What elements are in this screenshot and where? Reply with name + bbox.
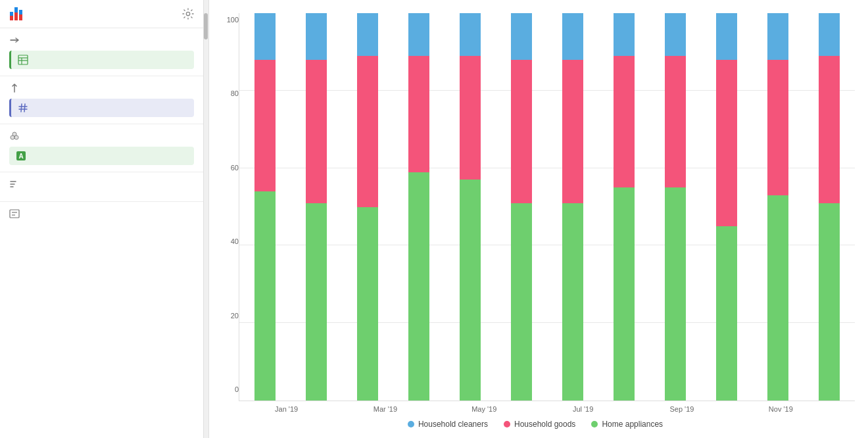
- bar-segment-pink[interactable]: [665, 56, 686, 187]
- bar-group: [598, 13, 650, 401]
- signatures-label: [9, 208, 194, 219]
- bar-segment-green[interactable]: [357, 207, 378, 401]
- stacked-bar[interactable]: [254, 13, 276, 401]
- svg-point-17: [12, 132, 16, 136]
- bar-segment-pink[interactable]: [254, 60, 276, 191]
- colors-icon: [9, 131, 20, 141]
- stacked-bar[interactable]: [460, 13, 481, 401]
- bar-segment-green[interactable]: [665, 187, 686, 401]
- x-axis-icon: [9, 35, 20, 45]
- colors-field-pill[interactable]: A: [9, 147, 194, 165]
- svg-rect-7: [18, 55, 28, 64]
- legend-item: Home appliances: [591, 420, 663, 429]
- x-label: [311, 401, 360, 413]
- bar-segment-pink[interactable]: [819, 56, 840, 203]
- bar-segment-blue[interactable]: [716, 13, 737, 60]
- stacked-bar[interactable]: [614, 13, 635, 401]
- y-label-60: 60: [216, 164, 239, 172]
- bar-segment-blue[interactable]: [614, 13, 635, 56]
- legend-label: Household goods: [514, 420, 575, 429]
- bar-segment-green[interactable]: [562, 203, 583, 401]
- bar-segment-pink[interactable]: [511, 60, 532, 203]
- bar-segment-pink[interactable]: [408, 56, 429, 172]
- sidebar: A: [0, 0, 204, 438]
- bar-segment-green[interactable]: [306, 203, 327, 401]
- bar-group: [342, 13, 393, 401]
- bar-segment-green[interactable]: [408, 172, 429, 401]
- bar-segment-blue[interactable]: [254, 13, 276, 60]
- signatures-icon: [9, 208, 20, 219]
- bar-group: [701, 13, 752, 401]
- bar-segment-blue[interactable]: [767, 13, 788, 60]
- bar-segment-blue[interactable]: [460, 13, 481, 56]
- sidebar-header: [0, 0, 203, 28]
- bar-segment-green[interactable]: [614, 187, 635, 401]
- bar-segment-pink[interactable]: [614, 56, 635, 187]
- stacked-bar[interactable]: [562, 13, 583, 401]
- chart-body: Jan '19Mar '19May '19Jul '19Sep '19Nov '…: [239, 13, 855, 413]
- gear-icon[interactable]: [182, 8, 194, 20]
- svg-rect-2: [10, 12, 13, 16]
- bar-group: [650, 13, 701, 401]
- bar-segment-green[interactable]: [460, 180, 481, 401]
- y-axis: 100 80 60 40 20 0: [216, 13, 239, 413]
- y-field-pill[interactable]: [9, 99, 194, 117]
- svg-rect-3: [14, 7, 18, 12]
- bar-segment-pink[interactable]: [716, 60, 737, 226]
- bar-segment-pink[interactable]: [767, 60, 788, 195]
- x-label: [806, 401, 855, 413]
- bar-group: [496, 13, 547, 401]
- bar-segment-green[interactable]: [511, 203, 532, 401]
- bar-segment-blue[interactable]: [511, 13, 532, 60]
- y-section: [0, 76, 203, 124]
- bar-segment-blue[interactable]: [306, 13, 327, 60]
- sorting-section: [0, 172, 203, 202]
- x-label: Mar '19: [360, 401, 410, 413]
- stacked-bar[interactable]: [665, 13, 686, 401]
- bar-segment-green[interactable]: [819, 203, 840, 401]
- stacked-bar[interactable]: [767, 13, 788, 401]
- x-field-pill[interactable]: [9, 51, 194, 69]
- bar-segment-blue[interactable]: [357, 13, 378, 56]
- bar-group: [239, 13, 291, 401]
- chart-area: 100 80 60 40 20 0 J: [209, 0, 868, 438]
- bar-segment-blue[interactable]: [819, 13, 840, 56]
- x-label: [707, 401, 756, 413]
- bar-segment-blue[interactable]: [562, 13, 583, 60]
- stacked-bar[interactable]: [819, 13, 840, 401]
- legend-dot: [591, 421, 598, 427]
- hash-icon: [18, 103, 28, 113]
- y-axis-icon: [9, 83, 20, 93]
- legend-dot: [504, 421, 510, 427]
- svg-text:A: A: [18, 153, 23, 160]
- legend: Household cleanersHousehold goodsHome ap…: [216, 413, 855, 431]
- stacked-bar[interactable]: [357, 13, 378, 401]
- bar-segment-blue[interactable]: [408, 13, 429, 56]
- x-label: May '19: [460, 401, 509, 413]
- sidebar-scrollbar[interactable]: [204, 0, 209, 438]
- stacked-bar[interactable]: [408, 13, 429, 401]
- svg-rect-5: [19, 10, 22, 14]
- bar-segment-green[interactable]: [254, 191, 276, 401]
- bar-segment-pink[interactable]: [460, 56, 481, 180]
- x-label: Sep '19: [657, 401, 706, 413]
- stacked-bar[interactable]: [306, 13, 327, 401]
- stacked-bar[interactable]: [716, 13, 737, 401]
- colors-section: A: [0, 124, 203, 172]
- y-label-100: 100: [216, 16, 239, 24]
- stacked-bar[interactable]: [511, 13, 532, 401]
- x-label: Jul '19: [558, 401, 608, 413]
- bar-segment-pink[interactable]: [306, 60, 327, 203]
- bar-group: [445, 13, 496, 401]
- signatures-section: [0, 202, 203, 231]
- scrollbar-thumb[interactable]: [204, 13, 208, 39]
- bar-segment-green[interactable]: [767, 195, 788, 401]
- bar-segment-blue[interactable]: [665, 13, 686, 56]
- bar-segment-pink[interactable]: [562, 60, 583, 203]
- table-icon: [18, 55, 28, 65]
- bar-segment-pink[interactable]: [357, 56, 378, 207]
- y-label-0: 0: [216, 386, 239, 393]
- bar-segment-green[interactable]: [716, 226, 737, 401]
- x-label: Jan '19: [262, 401, 311, 413]
- svg-line-11: [21, 104, 22, 112]
